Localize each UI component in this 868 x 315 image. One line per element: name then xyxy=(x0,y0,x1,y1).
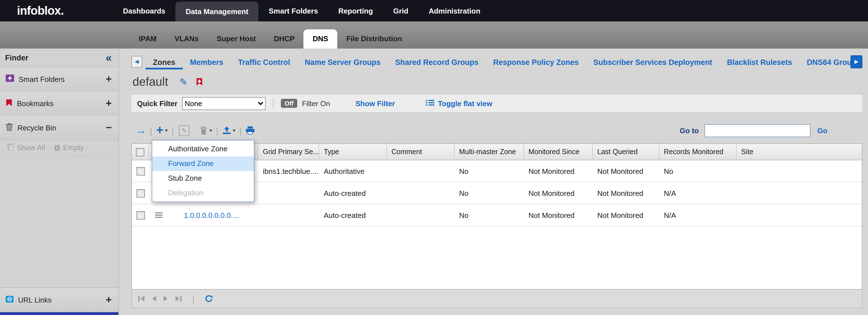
row-checkbox[interactable] xyxy=(136,167,145,175)
quick-filter-label: Quick Filter xyxy=(137,99,177,108)
top-nav-smart-folders[interactable]: Smart Folders xyxy=(258,0,328,22)
cell-records-monitored: N/A xyxy=(659,204,737,226)
title-row: default ✎ xyxy=(131,70,862,94)
header-grid-primary[interactable]: Grid Primary Se... xyxy=(258,144,319,160)
add-bookmark-button[interactable]: + xyxy=(106,98,112,108)
import-export-caret-icon[interactable]: ▾ xyxy=(233,127,236,133)
goto-label: Go to xyxy=(680,126,699,135)
tab-shared-record-groups[interactable]: Shared Record Groups xyxy=(388,54,486,69)
print-button[interactable] xyxy=(246,126,255,134)
scroll-tabs-right-button[interactable]: ▶ xyxy=(850,55,862,68)
header-site[interactable]: Site xyxy=(737,144,862,160)
collapse-sidebar-icon[interactable]: « xyxy=(106,52,112,63)
header-multi-master[interactable]: Multi-master Zone xyxy=(455,144,524,160)
first-page-icon[interactable] xyxy=(137,295,145,302)
flat-view-icon xyxy=(426,99,435,108)
go-back-arrow-icon[interactable]: → xyxy=(136,124,146,136)
tab-blacklist-rulesets[interactable]: Blacklist Rulesets xyxy=(720,54,800,69)
documents-icon xyxy=(7,143,14,152)
add-url-link-button[interactable]: + xyxy=(106,295,112,305)
cell-last-queried: Not Monitored xyxy=(593,204,659,226)
add-dropdown-caret-icon[interactable]: ▾ xyxy=(165,127,168,133)
tab-dns[interactable]: DNS xyxy=(304,29,337,49)
refresh-icon[interactable] xyxy=(205,295,213,303)
empty-recycle-bin-link[interactable]: Ø Empty xyxy=(54,143,84,152)
separator: | xyxy=(192,294,194,304)
table-row[interactable]: 1.0.0.0.0.0.0.0.... Auto-created No Not … xyxy=(132,204,862,226)
sidebar-item-smart-folders[interactable]: Smart Folders + xyxy=(0,67,119,91)
menu-item-authoritative-zone[interactable]: Authoritative Zone xyxy=(152,142,254,156)
show-all-link[interactable]: Show All xyxy=(7,143,45,152)
import-export-button[interactable] xyxy=(222,126,231,134)
tab-dhcp[interactable]: DHCP xyxy=(265,29,304,49)
delete-button[interactable] xyxy=(200,126,208,135)
tab-ipam[interactable]: IPAM xyxy=(130,29,165,49)
row-select-cell xyxy=(132,160,149,182)
add-button[interactable]: + xyxy=(156,125,163,136)
last-page-icon[interactable] xyxy=(175,295,182,302)
top-nav-grid[interactable]: Grid xyxy=(383,0,418,22)
main-panel: ◀ Zones Members Traffic Control Name Ser… xyxy=(131,49,862,315)
sidebar-item-label: Smart Folders xyxy=(19,75,106,83)
delete-dropdown-caret-icon[interactable]: ▾ xyxy=(210,127,212,133)
tab-response-policy-zones[interactable]: Response Policy Zones xyxy=(486,54,586,69)
filter-off-badge[interactable]: Off xyxy=(281,99,298,108)
next-page-icon[interactable] xyxy=(163,295,168,302)
show-filter-link[interactable]: Show Filter xyxy=(355,99,395,108)
header-last-queried[interactable]: Last Queried xyxy=(593,144,659,160)
tab-super-host[interactable]: Super Host xyxy=(208,29,265,49)
goto-input[interactable] xyxy=(705,124,810,137)
sub-nav-bar: IPAM VLANs Super Host DHCP DNS File Dist… xyxy=(0,22,868,49)
separator: | xyxy=(240,125,242,135)
header-type[interactable]: Type xyxy=(319,144,387,160)
top-nav-data-management[interactable]: Data Management xyxy=(176,2,258,22)
bookmark-icon xyxy=(6,98,12,108)
row-checkbox[interactable] xyxy=(136,211,145,219)
add-bookmark-icon[interactable] xyxy=(196,78,203,86)
cell-name: 1.0.0.0.0.0.0.0.... xyxy=(168,204,258,226)
collapse-recycle-bin-button[interactable]: − xyxy=(106,122,112,133)
add-zone-dropdown-menu: Authoritative Zone Forward Zone Stub Zon… xyxy=(152,140,254,202)
cell-comment xyxy=(387,160,455,182)
menu-item-stub-zone[interactable]: Stub Zone xyxy=(152,171,254,186)
tab-name-server-groups[interactable]: Name Server Groups xyxy=(298,54,388,69)
edit-button[interactable]: ✎ xyxy=(179,125,189,136)
top-nav-reporting[interactable]: Reporting xyxy=(328,0,383,22)
quick-filter-select[interactable]: None xyxy=(182,97,266,110)
section-tab-strip: ◀ Zones Members Traffic Control Name Ser… xyxy=(131,53,862,70)
tab-traffic-control[interactable]: Traffic Control xyxy=(231,54,298,69)
cell-monitored-since: Not Monitored xyxy=(524,160,593,182)
toggle-flat-view[interactable]: Toggle flat view xyxy=(426,99,492,108)
tab-dns64-groups[interactable]: DNS64 Groups xyxy=(800,54,850,69)
sidebar-item-recycle-bin[interactable]: Recycle Bin − xyxy=(0,116,119,140)
edit-view-icon[interactable]: ✎ xyxy=(179,76,188,88)
cell-comment xyxy=(387,182,455,204)
menu-item-delegation[interactable]: Delegation xyxy=(152,186,254,200)
top-nav-dashboards[interactable]: Dashboards xyxy=(113,0,176,22)
scroll-tabs-left-button[interactable]: ◀ xyxy=(131,56,142,67)
header-records-monitored[interactable]: Records Monitored xyxy=(659,144,737,160)
sidebar-item-bookmarks[interactable]: Bookmarks + xyxy=(0,91,119,116)
row-checkbox[interactable] xyxy=(136,189,145,197)
tab-subscriber-services-deployment[interactable]: Subscriber Services Deployment xyxy=(586,54,720,69)
tab-members[interactable]: Members xyxy=(183,54,231,69)
empty-label: Empty xyxy=(63,143,84,152)
header-comment[interactable]: Comment xyxy=(387,144,455,160)
cell-site xyxy=(737,160,862,182)
cell-type: Authoritative xyxy=(319,160,387,182)
tab-file-distribution[interactable]: File Distribution xyxy=(337,29,411,49)
tab-vlans[interactable]: VLANs xyxy=(165,29,208,49)
select-all-checkbox[interactable] xyxy=(136,148,144,156)
zone-link[interactable]: 1.0.0.0.0.0.0.0.... xyxy=(184,211,239,219)
row-menu-icon[interactable] xyxy=(155,212,162,218)
top-nav-administration[interactable]: Administration xyxy=(418,0,490,22)
finder-spacer xyxy=(0,156,119,287)
sidebar-item-url-links[interactable]: URL Links + xyxy=(0,287,119,312)
add-smart-folder-button[interactable]: + xyxy=(106,74,112,84)
go-button[interactable]: Go xyxy=(817,126,827,135)
tab-zones[interactable]: Zones xyxy=(146,54,183,69)
menu-item-forward-zone[interactable]: Forward Zone xyxy=(152,156,254,171)
previous-page-icon[interactable] xyxy=(151,295,157,302)
header-monitored-since[interactable]: Monitored Since xyxy=(524,144,593,160)
infoblox-app: infoblox. Dashboards Data Management Sma… xyxy=(0,0,868,315)
